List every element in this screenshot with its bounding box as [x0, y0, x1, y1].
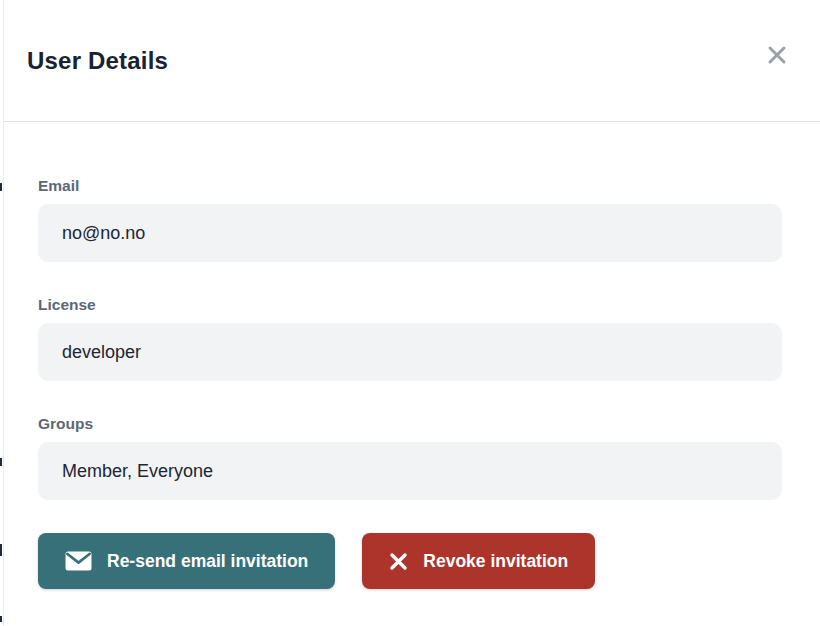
close-icon — [766, 44, 788, 69]
modal-header: User Details — [4, 0, 820, 122]
resend-button-label: Re-send email invitation — [107, 551, 308, 572]
license-field[interactable] — [38, 323, 782, 381]
groups-field-group: Groups — [38, 414, 782, 500]
modal-body: Email License Groups Re-send email invit… — [4, 122, 820, 589]
groups-label: Groups — [38, 414, 782, 433]
occluded-content-fragment — [0, 544, 2, 556]
close-button[interactable] — [762, 42, 792, 72]
license-field-group: License — [38, 295, 782, 381]
occluded-content-fragment — [0, 458, 2, 466]
action-button-row: Re-send email invitation Revoke invitati… — [38, 533, 782, 589]
email-label: Email — [38, 176, 782, 195]
revoke-button-label: Revoke invitation — [423, 551, 568, 572]
resend-email-invitation-button[interactable]: Re-send email invitation — [38, 533, 335, 589]
email-field[interactable] — [38, 204, 782, 262]
occluded-content-fragment — [0, 183, 2, 191]
user-details-modal: User Details Email License Groups — [3, 0, 820, 626]
revoke-invitation-button[interactable]: Revoke invitation — [362, 533, 595, 589]
email-field-group: Email — [38, 176, 782, 262]
modal-title: User Details — [27, 47, 168, 75]
envelope-icon — [65, 551, 92, 571]
license-label: License — [38, 295, 782, 314]
x-icon — [389, 552, 408, 571]
groups-field[interactable] — [38, 442, 782, 500]
occluded-content-fragment — [0, 616, 2, 622]
